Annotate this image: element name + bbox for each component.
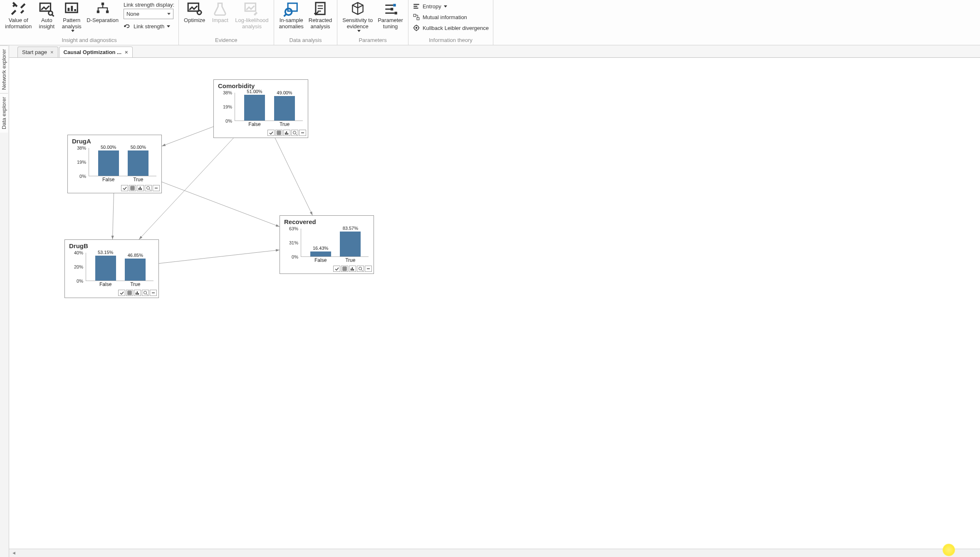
chevron-down-icon <box>71 30 74 32</box>
pattern-analysis-label: Patternanalysis <box>62 17 82 30</box>
search-picture-icon <box>283 2 299 17</box>
svg-rect-5 <box>74 9 77 11</box>
entropy-button[interactable]: Entropy <box>413 1 489 12</box>
ribbon-group-data-analysis: In-sampleanomalies Retractedanalysis Dat… <box>274 0 338 45</box>
auto-insight-button[interactable]: Autoinsight <box>34 1 59 31</box>
ribbon-group-insight: Value ofinformation Autoinsight Patterna… <box>0 0 179 45</box>
svg-rect-3 <box>68 8 70 11</box>
d-separation-label: D-Separation <box>87 17 119 24</box>
svg-rect-19 <box>413 14 416 17</box>
picture-search-icon <box>39 2 54 17</box>
svg-rect-8 <box>106 10 109 13</box>
ribbon-group-label: Data analysis <box>277 36 335 45</box>
tools-icon <box>10 2 26 17</box>
entropy-label: Entropy <box>423 3 441 10</box>
picture-wrench-icon <box>244 2 260 17</box>
svg-rect-16 <box>393 4 396 6</box>
d-separation-button[interactable]: D-Separation <box>84 1 121 25</box>
picture-gear-icon <box>187 2 203 17</box>
in-sample-anomalies-button[interactable]: In-sampleanomalies <box>277 1 306 31</box>
svg-rect-20 <box>417 17 419 20</box>
svg-rect-13 <box>288 3 297 11</box>
svg-rect-18 <box>394 12 397 14</box>
ribbon-group-information-theory: Entropy Mutual information Kullback Leib… <box>408 0 493 45</box>
log-likelihood-analysis-button: Log-likelihoodanalysis <box>233 1 271 31</box>
impact-button: Impact <box>208 1 233 25</box>
ribbon: Value ofinformation Autoinsight Patterna… <box>0 0 980 45</box>
log-likelihood-label: Log-likelihoodanalysis <box>235 17 268 30</box>
svg-rect-6 <box>101 2 104 5</box>
link-strength-display-select[interactable]: None <box>124 9 173 19</box>
link-strength-display-value: None <box>126 11 139 17</box>
chevron-down-icon <box>444 5 447 7</box>
pattern-analysis-button[interactable]: Patternanalysis <box>59 1 84 33</box>
svg-rect-4 <box>71 6 73 11</box>
svg-rect-7 <box>97 10 99 13</box>
in-sample-anomalies-label: In-sampleanomalies <box>279 17 304 30</box>
ribbon-group-label: Insight and diagnostics <box>2 36 176 45</box>
flask-icon <box>212 2 228 17</box>
optimize-label: Optimize <box>184 17 205 24</box>
retracted-analysis-label: Retractedanalysis <box>309 17 332 30</box>
parameter-tuning-label: Parametertuning <box>378 17 403 30</box>
entropy-icon <box>413 2 420 10</box>
sensitivity-to-evidence-button[interactable]: Sensitivity toevidence <box>340 1 375 33</box>
value-of-information-button[interactable]: Value ofinformation <box>2 1 34 31</box>
chevron-down-icon <box>167 13 171 15</box>
kullback-leibler-label: Kullback Leibler divergence <box>423 25 489 31</box>
svg-rect-17 <box>391 8 393 10</box>
parameter-tuning-button[interactable]: Parametertuning <box>375 1 406 31</box>
link-strength-label: Link strength <box>134 23 164 30</box>
svg-point-11 <box>197 10 201 14</box>
mutual-information-label: Mutual information <box>423 14 467 20</box>
auto-insight-label: Autoinsight <box>39 17 55 30</box>
ribbon-group-evidence: Optimize Impact Log-likelihoodanalysis E… <box>179 0 274 45</box>
link-icon <box>124 22 131 30</box>
impact-label: Impact <box>212 17 228 24</box>
kullback-leibler-button[interactable]: Kullback Leibler divergence <box>413 22 489 33</box>
ribbon-group-label: Evidence <box>181 36 271 45</box>
svg-point-22 <box>416 27 418 29</box>
optimize-button[interactable]: Optimize <box>181 1 208 25</box>
ribbon-group-parameters: Sensitivity toevidence Parametertuning P… <box>337 0 408 45</box>
chevron-down-icon <box>357 30 361 32</box>
sensitivity-label: Sensitivity toevidence <box>342 17 373 30</box>
link-strength-display-label: Link strength display: <box>124 2 174 8</box>
ribbon-group-label: Information theory <box>411 36 490 45</box>
chevron-down-icon <box>167 25 170 27</box>
value-of-information-label: Value ofinformation <box>5 17 32 30</box>
svg-point-9 <box>124 25 126 27</box>
mutual-info-icon <box>413 13 420 21</box>
sliders-icon <box>383 2 398 17</box>
tree-icon <box>95 2 111 17</box>
retracted-analysis-button[interactable]: Retractedanalysis <box>306 1 334 31</box>
document-check-icon <box>312 2 328 17</box>
ribbon-group-label: Parameters <box>340 36 406 45</box>
link-strength-button[interactable]: Link strength <box>124 21 174 32</box>
pattern-icon <box>64 2 79 17</box>
mutual-information-button[interactable]: Mutual information <box>413 12 489 22</box>
cube-icon <box>350 2 366 17</box>
kl-divergence-icon <box>413 24 420 32</box>
